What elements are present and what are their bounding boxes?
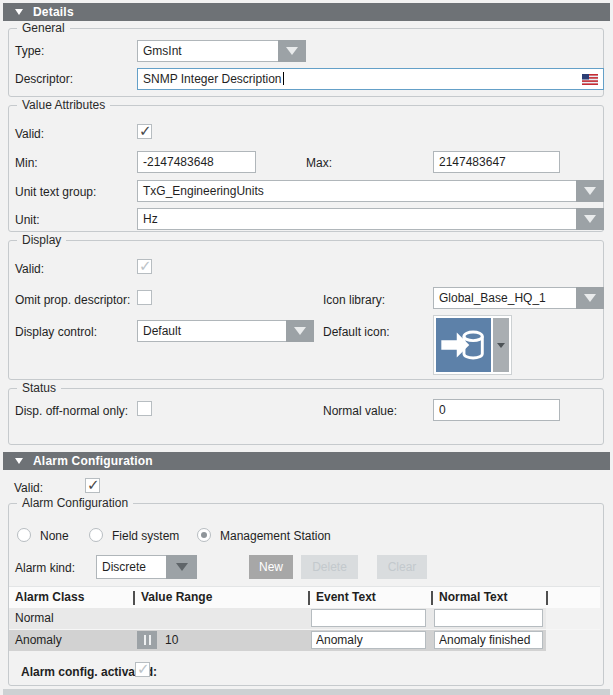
type-dropdown-button[interactable] (278, 40, 306, 62)
descriptor-label: Descriptor: (15, 72, 73, 87)
alarm-configuration-section-header[interactable]: Alarm Configuration (3, 452, 610, 470)
icon-library-dropdown[interactable]: Global_Base_HQ_1 (433, 287, 604, 309)
col-header-alarm-class: Alarm Class (9, 587, 133, 609)
event-text-cell (308, 630, 431, 651)
range-operator-button[interactable] (137, 631, 157, 649)
default-icon-picker[interactable] (433, 315, 512, 375)
disp-off-normal-checkbox[interactable] (137, 401, 152, 416)
status-group: Status Disp. off-normal only: Normal val… (8, 388, 604, 445)
min-label: Min: (15, 156, 38, 171)
type-dropdown[interactable]: GmsInt (137, 40, 306, 62)
alarm-kind-dropdown-button[interactable] (166, 555, 197, 579)
radio-none-label: None (40, 529, 69, 544)
unit-dropdown[interactable]: Hz (137, 208, 604, 230)
omit-prop-descriptor-label: Omit prop. descriptor: (15, 293, 130, 308)
normal-value-label: Normal value: (323, 404, 397, 419)
chevron-down-icon (584, 187, 596, 195)
unit-text-group-label: Unit text group: (15, 185, 96, 200)
icon-library-dropdown-button[interactable] (576, 287, 604, 309)
event-text-input[interactable] (311, 631, 426, 649)
display-control-value: Default (137, 320, 286, 342)
normal-text-cell (431, 630, 546, 651)
max-input[interactable] (433, 151, 560, 173)
omit-prop-descriptor-checkbox[interactable] (137, 290, 152, 305)
clear-button: Clear (377, 555, 427, 579)
radio-field-system-label: Field system (112, 529, 179, 544)
chevron-down-icon (176, 563, 188, 571)
status-group-title: Status (17, 381, 61, 396)
unit-dropdown-button[interactable] (576, 208, 604, 230)
valid-label: Valid: (15, 127, 44, 142)
alarm-configuration-section-title: Alarm Configuration (33, 454, 153, 468)
normal-text-cell (431, 608, 546, 629)
display-group-title: Display (17, 233, 66, 248)
unit-label: Unit: (15, 213, 40, 228)
alarm-kind-value: Discrete (96, 555, 166, 579)
alarm-class-cell: Normal (9, 608, 133, 629)
us-flag-icon (582, 74, 598, 85)
alarm-config-activated-checkbox (135, 662, 150, 677)
new-button[interactable]: New (249, 555, 293, 579)
descriptor-value: SNMP Integer Description (143, 72, 282, 86)
delete-button: Delete (301, 555, 358, 579)
normal-value-input[interactable] (433, 399, 560, 421)
disp-off-normal-label: Disp. off-normal only: (15, 404, 128, 419)
details-section-title: Details (33, 5, 74, 19)
event-text-cell (308, 608, 431, 629)
display-valid-checkbox (137, 259, 152, 274)
value-range-cell: 10 (133, 630, 308, 651)
chevron-down-icon (497, 343, 505, 348)
table-row-normal[interactable]: Normal (9, 608, 600, 629)
display-group: Display Valid: Omit prop. descriptor: Ic… (8, 240, 604, 380)
value-range-cell (133, 608, 308, 629)
general-group-title: General (17, 21, 70, 36)
alarm-class-table: Alarm Class Value Range Event Text Norma… (9, 586, 600, 650)
normal-text-input[interactable] (434, 609, 543, 627)
default-icon-preview (436, 318, 491, 372)
alarm-class-cell: Anomaly (9, 630, 133, 651)
display-control-dropdown[interactable]: Default (137, 320, 314, 342)
collapse-triangle-icon (15, 9, 23, 15)
alarm-kind-dropdown[interactable]: Discrete (96, 555, 197, 579)
table-row-anomaly[interactable]: Anomaly 10 (9, 629, 600, 650)
alarm-configuration-group-title: Alarm Configuration (17, 496, 133, 511)
col-header-value-range: Value Range (135, 587, 308, 609)
general-group: General Type: GmsInt Descriptor: SNMP In… (8, 28, 604, 97)
radio-management-station[interactable] (197, 528, 211, 542)
normal-text-input[interactable] (434, 631, 543, 649)
max-label: Max: (306, 156, 332, 171)
alarm-kind-label: Alarm kind: (15, 561, 75, 576)
default-icon-dropdown-button[interactable] (493, 318, 509, 372)
value-attributes-group: Value Attributes Valid: Min: Max: Unit t… (8, 105, 604, 232)
type-label: Type: (15, 44, 44, 59)
col-header-normal-text: Normal Text (433, 587, 546, 609)
column-divider[interactable] (546, 591, 548, 605)
chevron-down-icon (294, 327, 306, 335)
event-text-input[interactable] (311, 609, 426, 627)
alarm-valid-checkbox[interactable] (85, 478, 100, 493)
icon-library-value: Global_Base_HQ_1 (433, 287, 576, 309)
chevron-down-icon (286, 47, 298, 55)
icon-library-label: Icon library: (323, 293, 385, 308)
unit-value: Hz (137, 208, 576, 230)
col-header-event-text: Event Text (310, 587, 431, 609)
details-panel: Details General Type: GmsInt Descriptor:… (0, 0, 613, 695)
display-control-label: Display control: (15, 325, 97, 340)
min-input[interactable] (137, 151, 256, 173)
unit-text-group-value: TxG_EngineeringUnits (137, 180, 576, 202)
alarm-table-header: Alarm Class Value Range Event Text Norma… (9, 586, 600, 608)
display-control-dropdown-button[interactable] (286, 320, 314, 342)
descriptor-input[interactable]: SNMP Integer Description (137, 68, 604, 90)
collapse-triangle-icon (15, 458, 23, 464)
valid-checkbox[interactable] (137, 124, 152, 139)
radio-field-system[interactable] (89, 528, 103, 542)
unit-text-group-dropdown[interactable]: TxG_EngineeringUnits (137, 180, 604, 202)
radio-none[interactable] (17, 528, 31, 542)
radio-management-station-label: Management Station (220, 529, 331, 544)
unit-text-group-dropdown-button[interactable] (576, 180, 604, 202)
arrow-to-database-icon (436, 318, 491, 372)
default-icon-label: Default icon: (323, 325, 390, 340)
type-value: GmsInt (137, 40, 278, 62)
horizontal-scrollbar[interactable] (3, 689, 610, 695)
details-section-header[interactable]: Details (3, 3, 610, 21)
